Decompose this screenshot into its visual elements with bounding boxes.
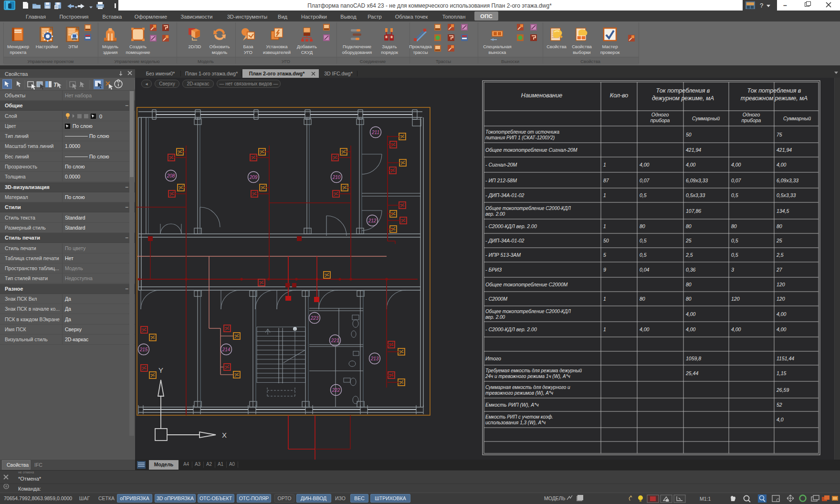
svg-text:215: 215 (139, 347, 148, 352)
svg-text:0,5: 0,5 (640, 238, 647, 243)
svg-text:0,5х3,33: 0,5х3,33 (777, 192, 796, 198)
svg-text:421,94: 421,94 (686, 147, 701, 153)
svg-text:212: 212 (368, 218, 377, 223)
svg-text:1151,44: 1151,44 (777, 356, 794, 361)
svg-text:4,00: 4,00 (731, 162, 741, 168)
svg-text:- С2000М: - С2000М (485, 296, 507, 302)
svg-text:1059,8: 1059,8 (686, 356, 701, 361)
svg-text:80: 80 (686, 282, 692, 287)
svg-text:Одного: Одного (651, 112, 669, 117)
svg-text:Ток потребления в: Ток потребления в (747, 87, 801, 94)
svg-text:27: 27 (776, 267, 783, 273)
svg-text:4,00: 4,00 (777, 311, 787, 317)
svg-text:210: 210 (332, 175, 341, 180)
svg-text:Кол-во: Кол-во (610, 92, 629, 99)
svg-text:4,00: 4,00 (731, 326, 741, 332)
svg-text:- С2000-КДЛ вер. 2.00: - С2000-КДЛ вер. 2.00 (485, 223, 537, 229)
svg-text:Итого: Итого (485, 356, 501, 361)
svg-text:4,0: 4,0 (777, 417, 784, 422)
svg-text:2,5: 2,5 (685, 252, 693, 258)
svg-text:Общее токопотребление С2000-КД: Общее токопотребление С2000-КДЛ (485, 206, 571, 211)
svg-text:0,36: 0,36 (686, 267, 696, 273)
svg-text:тревожном режиме, мА: тревожном режиме, мА (741, 95, 808, 102)
svg-text:421,94: 421,94 (777, 147, 792, 153)
svg-text:- ИП 212-58М: - ИП 212-58М (485, 178, 517, 183)
svg-text:Суммарный: Суммарный (692, 116, 720, 121)
svg-text:Суммарная емкость для дежурног: Суммарная емкость для дежурного и (485, 385, 570, 390)
svg-text:120: 120 (777, 282, 785, 287)
svg-text:Емкость РИП с учетом коэф.: Емкость РИП с учетом коэф. (485, 414, 553, 420)
svg-text:питания РИП 1 (СКАТ-1200У2): питания РИП 1 (СКАТ-1200У2) (485, 135, 555, 140)
svg-text:80: 80 (640, 223, 645, 229)
svg-text:Емкость РИП (W), А*ч: Емкость РИП (W), А*ч (485, 402, 539, 408)
svg-text:1: 1 (603, 223, 606, 229)
svg-text:М1:1: М1:1 (700, 496, 711, 502)
svg-text:2,5: 2,5 (776, 252, 784, 258)
svg-text:80: 80 (731, 223, 737, 229)
svg-text:Общее токопотребление С2000М: Общее токопотребление С2000М (485, 282, 568, 287)
svg-text:Общее токопотребление С2000-КД: Общее токопотребление С2000-КДЛ (485, 309, 571, 314)
svg-text:0,5: 0,5 (731, 238, 738, 243)
svg-text:- БРИЗ: - БРИЗ (485, 267, 502, 273)
svg-text:209: 209 (249, 175, 258, 180)
svg-text:вер. 2.00: вер. 2.00 (485, 315, 505, 320)
svg-text:Одного: Одного (743, 112, 760, 117)
svg-text:Суммарный: Суммарный (783, 116, 811, 121)
svg-text:120: 120 (777, 296, 785, 302)
svg-text:1: 1 (603, 296, 606, 302)
svg-text:80: 80 (686, 223, 692, 229)
svg-text:?: ? (760, 2, 763, 9)
svg-text:- ДИП-34А-01-02: - ДИП-34А-01-02 (485, 238, 525, 243)
svg-text:вер. 2.00: вер. 2.00 (485, 211, 505, 217)
svg-text:- С2000-КДЛ вер. 2.00: - С2000-КДЛ вер. 2.00 (485, 326, 537, 332)
svg-text:Ток потребления в: Ток потребления в (656, 87, 710, 94)
svg-text:25: 25 (685, 238, 692, 243)
svg-text:прибора: прибора (651, 117, 670, 123)
svg-text:дежурном режиме, мА: дежурном режиме, мА (652, 95, 714, 102)
svg-text:0,5: 0,5 (731, 252, 738, 258)
svg-text:0,5: 0,5 (731, 192, 738, 198)
svg-text:5: 5 (603, 252, 606, 258)
svg-text:X: X (222, 431, 227, 439)
svg-text:тревожного режимов (W), А*ч: тревожного режимов (W), А*ч (485, 390, 553, 396)
svg-text:Требуемая емкость для режима д: Требуемая емкость для режима дежурный (485, 368, 582, 373)
svg-text:0: 0 (99, 114, 102, 119)
svg-text:80: 80 (640, 296, 645, 302)
svg-text:120: 120 (731, 296, 740, 302)
svg-text:1: 1 (603, 162, 606, 168)
svg-text:25: 25 (776, 238, 782, 243)
svg-text:1,15: 1,15 (777, 370, 787, 376)
svg-text:50: 50 (686, 132, 692, 137)
svg-text:24ч и тревожного режима 1ч (W): 24ч и тревожного режима 1ч (W), А*ч (485, 374, 570, 379)
svg-text:0,5: 0,5 (640, 192, 647, 198)
svg-text:- ДИП-34А-01-02: - ДИП-34А-01-02 (485, 192, 525, 198)
svg-text:использования 1,3 (W), А*ч: использования 1,3 (W), А*ч (485, 420, 546, 425)
svg-text:0,5х3,33: 0,5х3,33 (686, 192, 705, 198)
svg-text:4,00: 4,00 (777, 326, 787, 332)
svg-text:222: 222 (332, 388, 340, 393)
svg-text:1: 1 (603, 326, 606, 332)
svg-text:107,86: 107,86 (686, 208, 701, 214)
svg-text:- ИПР 513-3АМ: - ИПР 513-3АМ (485, 252, 521, 258)
svg-text:221: 221 (331, 338, 339, 343)
svg-text:26,59: 26,59 (776, 387, 789, 393)
svg-text:0,5: 0,5 (640, 252, 647, 258)
svg-text:- Сигнал-20М: - Сигнал-20М (485, 162, 517, 168)
svg-text:4,00: 4,00 (777, 162, 787, 168)
svg-text:4,00: 4,00 (686, 311, 696, 317)
svg-text:0,07: 0,07 (731, 178, 742, 183)
svg-text:9: 9 (603, 267, 606, 273)
svg-text:T: T (53, 82, 58, 88)
svg-text:52: 52 (777, 402, 782, 408)
svg-text:80: 80 (777, 223, 782, 229)
svg-text:1: 1 (603, 192, 606, 198)
svg-text:4,00: 4,00 (640, 326, 650, 332)
svg-text:4,00: 4,00 (640, 162, 650, 168)
svg-text:Y: Y (158, 366, 163, 374)
svg-text:0,04: 0,04 (640, 267, 650, 273)
svg-text:25,44: 25,44 (685, 370, 698, 376)
svg-text:134,5: 134,5 (777, 208, 789, 214)
svg-text:80: 80 (686, 296, 692, 302)
svg-text:208: 208 (167, 173, 175, 178)
svg-text:214: 214 (222, 347, 231, 352)
